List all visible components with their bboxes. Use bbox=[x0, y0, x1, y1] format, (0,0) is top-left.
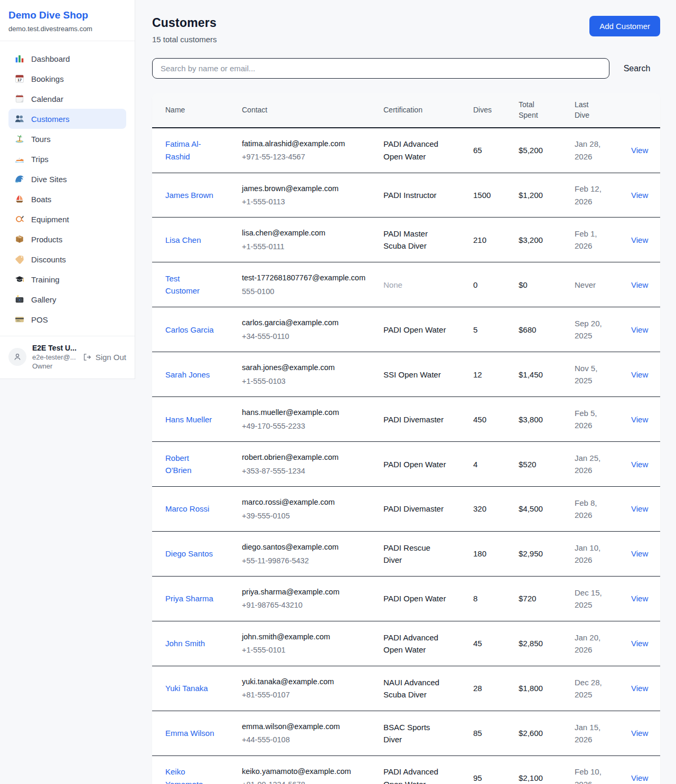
view-customer-link[interactable]: View bbox=[631, 370, 648, 379]
sidebar-item-training[interactable]: Training bbox=[8, 269, 126, 289]
customer-name-link[interactable]: Robert O'Brien bbox=[165, 452, 215, 477]
customer-email: carlos.garcia@example.com bbox=[242, 317, 367, 328]
view-customer-link[interactable]: View bbox=[631, 639, 648, 648]
customer-name-link[interactable]: John Smith bbox=[165, 637, 205, 649]
view-customer-link[interactable]: View bbox=[631, 460, 648, 469]
sidebar-item-tours[interactable]: Tours bbox=[8, 129, 126, 149]
user-info: E2E Test U... e2e-tester@... Owner bbox=[32, 344, 77, 370]
sidebar-item-label: Boats bbox=[31, 195, 51, 204]
customer-name-link[interactable]: Diego Santos bbox=[165, 547, 213, 560]
customer-name-link[interactable]: James Brown bbox=[165, 189, 213, 201]
view-customer-link[interactable]: View bbox=[631, 729, 648, 738]
customer-certification: PADI Instructor bbox=[383, 189, 437, 201]
view-customer-link[interactable]: View bbox=[631, 146, 648, 155]
customer-name-link[interactable]: Yuki Tanaka bbox=[165, 682, 208, 694]
sidebar-item-dashboard[interactable]: Dashboard bbox=[8, 49, 126, 69]
customer-total-spent: $1,800 bbox=[519, 684, 543, 693]
customer-name-link[interactable]: Test Customer bbox=[165, 272, 215, 297]
customer-row: Hans Mueller hans.mueller@example.com +4… bbox=[152, 397, 660, 442]
sidebar-item-pos[interactable]: POS bbox=[8, 309, 126, 329]
customer-total-spent: $2,950 bbox=[519, 549, 543, 558]
view-customer-link[interactable]: View bbox=[631, 191, 648, 200]
column-header-total-spent: Total Spent bbox=[505, 93, 561, 128]
sidebar-item-boats[interactable]: Boats bbox=[8, 189, 126, 209]
view-customer-link[interactable]: View bbox=[631, 504, 648, 513]
view-customer-link[interactable]: View bbox=[631, 280, 648, 289]
wave-icon bbox=[15, 174, 24, 184]
customer-email: lisa.chen@example.com bbox=[242, 227, 367, 239]
customer-certification: PADI Advanced Open Water bbox=[383, 138, 448, 163]
sidebar-item-label: Training bbox=[31, 275, 60, 284]
customer-last-dive: Jan 15, 2026 bbox=[575, 721, 605, 746]
search-input[interactable] bbox=[152, 58, 609, 79]
customer-name-link[interactable]: Emma Wilson bbox=[165, 727, 214, 739]
sidebar-item-equipment[interactable]: Equipment bbox=[8, 209, 126, 229]
bar-chart-icon bbox=[15, 54, 24, 63]
customer-name-link[interactable]: Priya Sharma bbox=[165, 592, 213, 604]
customer-email: hans.mueller@example.com bbox=[242, 407, 367, 418]
customer-row: Yuki Tanaka yuki.tanaka@example.com +81-… bbox=[152, 666, 660, 711]
view-customer-link[interactable]: View bbox=[631, 594, 648, 603]
customer-phone: +91-98765-43210 bbox=[242, 599, 370, 611]
view-customer-link[interactable]: View bbox=[631, 549, 648, 558]
search-button[interactable]: Search bbox=[614, 64, 660, 73]
view-customer-link[interactable]: View bbox=[631, 235, 648, 244]
person-icon bbox=[13, 352, 22, 362]
sidebar-item-products[interactable]: Products bbox=[8, 229, 126, 249]
customer-row: Test Customer test-1772681807767@example… bbox=[152, 262, 660, 307]
island-icon bbox=[15, 134, 24, 144]
customer-row: Priya Sharma priya.sharma@example.com +9… bbox=[152, 576, 660, 621]
customer-dives: 5 bbox=[473, 325, 477, 334]
sidebar-item-trips[interactable]: Trips bbox=[8, 149, 126, 169]
customer-email: james.brown@example.com bbox=[242, 183, 367, 194]
customer-email: sarah.jones@example.com bbox=[242, 362, 367, 373]
view-customer-link[interactable]: View bbox=[631, 684, 648, 693]
view-customer-link[interactable]: View bbox=[631, 415, 648, 424]
view-customer-link[interactable]: View bbox=[631, 325, 648, 334]
tear-off-calendar-icon bbox=[15, 94, 24, 103]
user-email: e2e-tester@... bbox=[32, 353, 77, 361]
customer-dives: 210 bbox=[473, 235, 486, 244]
sign-out-button[interactable]: Sign Out bbox=[82, 353, 126, 362]
page-title: Customers bbox=[152, 16, 217, 30]
page-header: Customers 15 total customers Add Custome… bbox=[152, 16, 660, 44]
customer-row: Robert O'Brien robert.obrien@example.com… bbox=[152, 442, 660, 487]
package-icon bbox=[15, 234, 24, 244]
customer-name-link[interactable]: Hans Mueller bbox=[165, 413, 212, 426]
customer-total-spent: $1,200 bbox=[519, 191, 543, 200]
people-icon bbox=[15, 114, 24, 124]
customer-row: Sarah Jones sarah.jones@example.com +1-5… bbox=[152, 352, 660, 397]
customer-last-dive: Feb 12, 2026 bbox=[575, 183, 605, 207]
customer-row: Fatima Al-Rashid fatima.alrashid@example… bbox=[152, 128, 660, 173]
customer-total-spent: $720 bbox=[519, 594, 536, 603]
add-customer-button[interactable]: Add Customer bbox=[589, 16, 660, 36]
customer-name-link[interactable]: Marco Rossi bbox=[165, 503, 209, 515]
customer-total-spent: $5,200 bbox=[519, 146, 543, 155]
customer-certification: PADI Open Water bbox=[383, 592, 446, 604]
customer-phone: +55-11-99876-5432 bbox=[242, 555, 370, 566]
sidebar-item-calendar[interactable]: Calendar bbox=[8, 89, 126, 109]
customer-certification: PADI Open Water bbox=[383, 324, 446, 336]
view-customer-link[interactable]: View bbox=[631, 773, 648, 782]
column-header-certification: Certification bbox=[370, 93, 460, 128]
customer-row: Lisa Chen lisa.chen@example.com +1-555-0… bbox=[152, 218, 660, 262]
column-header-name: Name bbox=[152, 93, 229, 128]
customer-dives: 1500 bbox=[473, 191, 491, 200]
customers-table-card: Name Contact Certification Dives Total S… bbox=[152, 93, 660, 784]
customer-email: robert.obrien@example.com bbox=[242, 451, 367, 463]
customer-name-link[interactable]: Keiko Yamamoto bbox=[165, 766, 215, 784]
sidebar-item-gallery[interactable]: Gallery bbox=[8, 289, 126, 309]
sidebar-item-dive-sites[interactable]: Dive Sites bbox=[8, 169, 126, 189]
sidebar-item-customers[interactable]: Customers bbox=[8, 109, 126, 129]
customer-name-link[interactable]: Sarah Jones bbox=[165, 369, 210, 381]
sidebar-item-label: Dashboard bbox=[31, 54, 70, 63]
sidebar-item-discounts[interactable]: Discounts bbox=[8, 249, 126, 269]
customer-name-link[interactable]: Fatima Al-Rashid bbox=[165, 138, 215, 163]
sidebar-item-bookings[interactable]: 17 Bookings bbox=[8, 69, 126, 89]
customer-certification: NAUI Advanced Scuba Diver bbox=[383, 676, 448, 701]
shop-name: Demo Dive Shop bbox=[8, 10, 126, 21]
sidebar-item-label: Customers bbox=[31, 115, 70, 124]
camera-icon bbox=[15, 295, 24, 304]
customer-name-link[interactable]: Lisa Chen bbox=[165, 234, 201, 246]
customer-name-link[interactable]: Carlos Garcia bbox=[165, 324, 214, 336]
